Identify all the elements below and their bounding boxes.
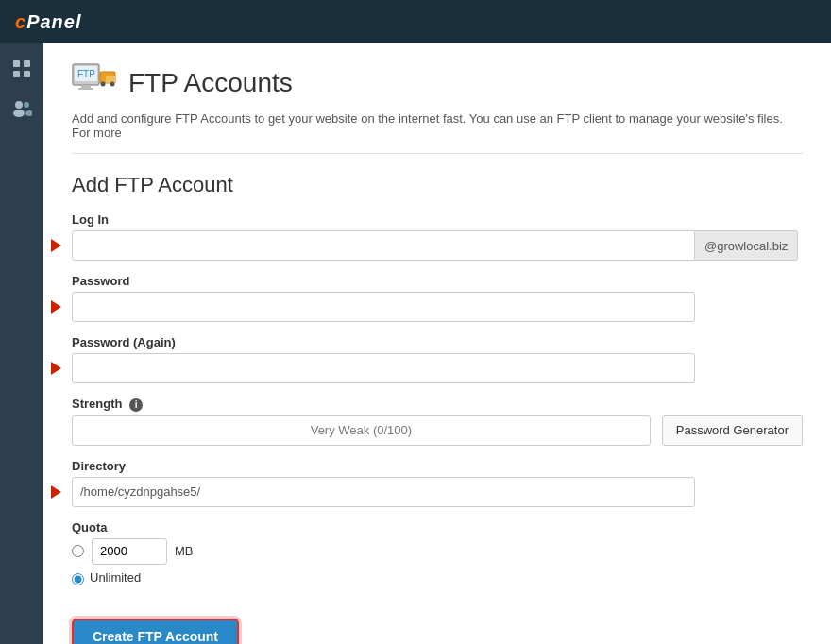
- page-title: FTP Accounts: [128, 68, 293, 98]
- page-description: Add and configure FTP Accounts to get yo…: [72, 111, 803, 154]
- quota-input[interactable]: [92, 538, 167, 565]
- page-title-row: FTP FTP Accounts: [72, 62, 803, 104]
- password-again-group: Password (Again): [72, 335, 803, 383]
- svg-point-6: [24, 102, 29, 108]
- sidebar: [0, 43, 43, 644]
- svg-rect-10: [81, 85, 91, 88]
- directory-input[interactable]: [72, 477, 695, 507]
- unlimited-label: Unlimited: [90, 570, 141, 585]
- strength-info-icon[interactable]: i: [129, 398, 143, 412]
- topbar: cPanel: [0, 0, 831, 43]
- directory-label: Directory: [72, 459, 803, 473]
- quota-group: Quota MB Unlimited: [72, 520, 803, 588]
- svg-point-15: [101, 82, 106, 87]
- svg-text:FTP: FTP: [77, 69, 95, 79]
- quota-radio[interactable]: [72, 545, 84, 557]
- directory-group: Directory: [72, 459, 803, 507]
- password-label: Password: [72, 274, 803, 288]
- unlimited-row: Unlimited: [72, 570, 803, 588]
- password-generator-button[interactable]: Password Generator: [662, 415, 803, 446]
- svg-rect-14: [106, 76, 115, 83]
- ftp-icon: FTP: [72, 62, 117, 104]
- strength-label: Strength i: [72, 397, 803, 412]
- unlimited-radio[interactable]: [72, 573, 84, 585]
- create-ftp-account-button[interactable]: Create FTP Account: [72, 619, 239, 644]
- quota-row: MB: [72, 538, 803, 565]
- password-required-arrow: [51, 300, 61, 314]
- login-label: Log In: [72, 212, 803, 227]
- svg-rect-11: [78, 88, 93, 90]
- password-input[interactable]: [72, 292, 695, 322]
- svg-rect-3: [24, 71, 30, 77]
- svg-point-7: [25, 110, 32, 116]
- main-content: FTP FTP Accounts Add and configure FTP A…: [43, 43, 831, 644]
- strength-group: Strength i Very Weak (0/100) Password Ge…: [72, 397, 803, 446]
- password-group: Password: [72, 274, 803, 322]
- svg-rect-0: [13, 60, 20, 67]
- password-again-input[interactable]: [72, 353, 695, 383]
- grid-icon[interactable]: [6, 53, 38, 85]
- users-icon[interactable]: [6, 93, 38, 125]
- section-title: Add FTP Account: [72, 173, 803, 197]
- quota-unit: MB: [175, 544, 194, 558]
- svg-point-5: [13, 110, 25, 117]
- cpanel-logo: cPanel: [15, 11, 81, 33]
- svg-rect-1: [24, 60, 30, 67]
- login-input[interactable]: [72, 230, 695, 261]
- password-again-required-arrow: [51, 362, 61, 375]
- login-required-arrow: [51, 239, 61, 252]
- directory-required-arrow: [51, 485, 61, 499]
- svg-point-4: [15, 101, 23, 109]
- strength-row: Very Weak (0/100) Password Generator: [72, 415, 803, 446]
- login-domain-addon: @growlocal.biz: [695, 230, 798, 261]
- login-group: Log In @growlocal.biz: [72, 212, 803, 261]
- svg-point-16: [110, 82, 115, 87]
- svg-rect-2: [13, 71, 20, 77]
- strength-bar: Very Weak (0/100): [72, 415, 651, 446]
- quota-label: Quota: [72, 520, 803, 534]
- password-again-label: Password (Again): [72, 335, 803, 349]
